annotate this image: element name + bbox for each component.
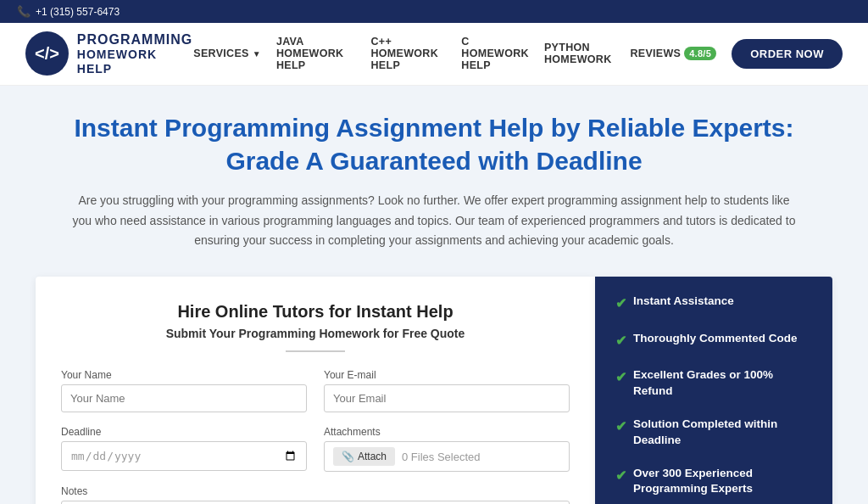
deadline-group: Deadline (61, 426, 307, 472)
feature-label-5: Over 300 Experienced Programming Experts (633, 466, 812, 498)
attachments-group: Attachments 📎 Attach 0 Files Selected (324, 426, 570, 472)
header: </> PROGRAMMING HOMEWORK HELP SERVICES ▼… (0, 23, 868, 86)
clip-icon: 📎 (342, 451, 354, 462)
attachments-label: Attachments (324, 426, 570, 438)
attach-button[interactable]: 📎 Attach (333, 447, 395, 466)
name-label: Your Name (61, 369, 307, 381)
deadline-label: Deadline (61, 426, 307, 438)
nav-python[interactable]: PYTHON HOMEWORK (544, 42, 615, 65)
files-selected-label: 0 Files Selected (402, 451, 481, 463)
hero-section: Instant Programming Assignment Help by R… (0, 86, 868, 268)
name-input[interactable] (61, 384, 307, 412)
dropdown-arrow-icon: ▼ (253, 49, 261, 59)
feature-label-2: Thoroughly Commented Code (633, 331, 798, 347)
feature-label-4: Solution Completed within Deadline (633, 417, 812, 449)
hero-title: Instant Programming Assignment Help by R… (68, 111, 800, 177)
top-bar: 📞 +1 (315) 557-6473 (0, 0, 868, 23)
notes-label: Notes (61, 485, 570, 497)
check-icon-5: ✔ (615, 467, 626, 485)
logo-line2: HOMEWORK HELP (77, 48, 193, 76)
form-divider (286, 350, 345, 352)
content-wrapper: Hire Online Tutors for Instant Help Subm… (36, 277, 832, 504)
form-panel: Hire Online Tutors for Instant Help Subm… (36, 277, 595, 504)
email-group: Your E-mail (324, 369, 570, 412)
feature-item-3: ✔ Excellent Grades or 100% Refund (615, 367, 812, 400)
notes-group: Notes (61, 485, 570, 504)
email-input[interactable] (324, 384, 570, 412)
attach-area: 📎 Attach 0 Files Selected (324, 441, 570, 472)
phone-icon: 📞 (17, 5, 31, 18)
nav-reviews[interactable]: REVIEWS 4.8/5 (630, 47, 716, 60)
logo-area: </> PROGRAMMING HOMEWORK HELP (25, 31, 193, 76)
nav-services[interactable]: SERVICES ▼ (193, 48, 261, 59)
check-icon-2: ✔ (615, 332, 626, 350)
form-row-name-email: Your Name Your E-mail (61, 369, 570, 412)
form-row-deadline-attach: Deadline Attachments 📎 Attach 0 Files Se… (61, 426, 570, 472)
notes-input[interactable] (61, 501, 570, 504)
form-subtitle: Submit Your Programming Homework for Fre… (61, 327, 570, 340)
reviews-badge: 4.8/5 (684, 47, 716, 60)
feature-item-4: ✔ Solution Completed within Deadline (615, 417, 812, 449)
feature-item-1: ✔ Instant Assistance (615, 294, 812, 313)
check-icon-4: ✔ (615, 417, 626, 436)
logo-line1: PROGRAMMING (77, 31, 193, 48)
name-group: Your Name (61, 369, 307, 412)
deadline-input[interactable] (61, 441, 307, 471)
feature-item-5: ✔ Over 300 Experienced Programming Exper… (615, 466, 812, 498)
main-content: Hire Online Tutors for Instant Help Subm… (0, 268, 868, 504)
attach-label: Attach (358, 451, 387, 462)
logo-icon: </> (25, 31, 69, 76)
feature-item-2: ✔ Thoroughly Commented Code (615, 331, 812, 350)
hero-description: Are you struggling with your programming… (70, 191, 798, 251)
form-row-notes: Notes (61, 485, 570, 504)
check-icon-1: ✔ (615, 294, 626, 313)
main-nav: SERVICES ▼ JAVA HOMEWORK HELP C++ HOMEWO… (193, 36, 843, 71)
email-label: Your E-mail (324, 369, 570, 381)
features-panel: ✔ Instant Assistance ✔ Thoroughly Commen… (595, 277, 832, 504)
order-now-button[interactable]: ORDER NOW (732, 39, 843, 69)
nav-cpp[interactable]: C++ HOMEWORK HELP (370, 36, 446, 71)
check-icon-3: ✔ (615, 368, 626, 387)
phone-number: +1 (315) 557-6473 (36, 6, 120, 18)
form-heading: Hire Online Tutors for Instant Help (61, 302, 570, 322)
feature-label-3: Excellent Grades or 100% Refund (633, 367, 812, 400)
nav-c[interactable]: C HOMEWORK HELP (461, 36, 529, 71)
logo-text: PROGRAMMING HOMEWORK HELP (77, 31, 193, 76)
nav-java[interactable]: JAVA HOMEWORK HELP (276, 36, 356, 71)
feature-label-1: Instant Assistance (633, 294, 734, 310)
